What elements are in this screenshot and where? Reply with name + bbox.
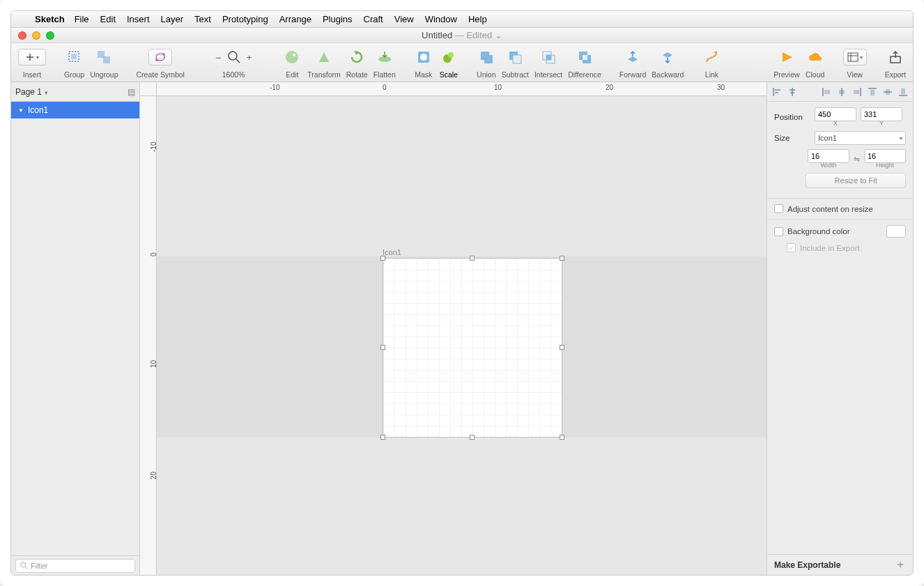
align-left-icon[interactable] <box>771 86 783 98</box>
alignment-bar <box>767 82 913 102</box>
view-label: View <box>847 70 863 79</box>
size-preset-select[interactable]: Icon1 ▾ <box>815 131 906 145</box>
resize-handle[interactable] <box>380 435 385 440</box>
artboard[interactable] <box>383 258 562 438</box>
inspector-panel: Position X Y Size Icon1 ▾ <box>767 82 913 575</box>
align-center-h-icon[interactable] <box>836 86 847 98</box>
svg-rect-27 <box>854 90 859 94</box>
resize-handle[interactable] <box>470 256 475 261</box>
menu-view[interactable]: View <box>394 14 414 24</box>
position-x-input[interactable] <box>815 107 856 121</box>
position-y-input[interactable] <box>861 107 902 121</box>
height-input[interactable] <box>864 149 906 163</box>
zoom-out-button[interactable]: − <box>215 52 222 63</box>
width-sublabel: Width <box>820 162 836 169</box>
menu-craft[interactable]: Craft <box>364 14 383 24</box>
width-input[interactable] <box>808 149 849 163</box>
menu-arrange[interactable]: Arrange <box>279 14 311 24</box>
page-selector[interactable]: Page 1▾ ▤ <box>11 82 139 102</box>
align-top-edge-icon[interactable] <box>867 86 878 98</box>
window-close-button[interactable] <box>18 31 26 40</box>
transform-icon[interactable] <box>314 47 334 67</box>
page-list-icon[interactable]: ▤ <box>128 87 135 97</box>
menu-layer[interactable]: Layer <box>161 14 184 24</box>
resize-handle[interactable] <box>470 435 475 440</box>
export-icon[interactable] <box>886 47 905 67</box>
ruler-origin[interactable] <box>140 82 157 96</box>
menu-help[interactable]: Help <box>468 14 487 24</box>
ruler-tick: 20 <box>606 84 613 91</box>
forward-icon[interactable] <box>623 47 642 67</box>
resize-handle[interactable] <box>380 345 385 350</box>
difference-icon[interactable] <box>575 47 594 67</box>
menu-plugins[interactable]: Plugins <box>323 14 353 24</box>
ungroup-icon[interactable] <box>94 47 114 67</box>
lock-aspect-icon[interactable]: ⇋ <box>854 155 860 164</box>
background-color-checkbox[interactable] <box>774 227 783 236</box>
mask-icon[interactable] <box>414 47 433 67</box>
layers-sidebar: Page 1▾ ▤ ▼ Icon1 Filter <box>11 82 140 575</box>
align-bottom-edge-icon[interactable] <box>898 86 909 98</box>
mask-label: Mask <box>415 70 432 79</box>
make-exportable-row[interactable]: Make Exportable ＋ <box>767 554 913 575</box>
resize-handle[interactable] <box>560 345 564 350</box>
preview-icon[interactable] <box>777 47 796 67</box>
align-center-v-icon[interactable] <box>882 86 893 98</box>
svg-point-11 <box>448 52 454 58</box>
align-right-edge-icon[interactable] <box>852 86 863 98</box>
window-titlebar: Untitled — Edited ⌄ <box>11 28 913 43</box>
scale-icon[interactable] <box>439 47 459 67</box>
size-label: Size <box>774 134 810 142</box>
menu-file[interactable]: File <box>75 14 89 24</box>
zoom-in-button[interactable]: + <box>247 52 252 63</box>
window-minimize-button[interactable] <box>32 31 40 40</box>
disclosure-triangle-icon[interactable]: ▼ <box>18 107 24 114</box>
y-sublabel: Y <box>879 120 884 127</box>
menu-edit[interactable]: Edit <box>100 14 116 24</box>
edit-icon[interactable] <box>282 47 302 67</box>
rotate-icon[interactable] <box>347 47 367 67</box>
layer-item-icon1[interactable]: ▼ Icon1 <box>11 102 139 118</box>
document-title[interactable]: Untitled — Edited ⌄ <box>422 30 502 40</box>
align-hcenter-icon[interactable] <box>787 86 798 98</box>
resize-handle[interactable] <box>560 256 564 261</box>
artboard-label[interactable]: Icon1 <box>383 248 401 256</box>
view-button[interactable]: ▾ <box>843 49 867 65</box>
title-chevron-icon[interactable]: ⌄ <box>495 30 502 40</box>
x-sublabel: X <box>833 120 838 127</box>
resize-handle[interactable] <box>560 435 564 440</box>
create-symbol-button[interactable] <box>148 49 172 65</box>
union-label: Union <box>477 70 495 79</box>
window-zoom-button[interactable] <box>46 31 54 40</box>
app-menu[interactable]: Sketch <box>35 14 65 24</box>
filter-input[interactable]: Filter <box>15 559 135 573</box>
horizontal-ruler[interactable]: -10 0 10 20 30 <box>157 82 767 96</box>
resize-to-fit-button[interactable]: Resize to Fit <box>806 173 906 188</box>
adjust-content-checkbox[interactable]: Adjust content on resize <box>774 204 906 213</box>
menu-insert[interactable]: Insert <box>127 14 150 24</box>
vertical-ruler[interactable]: -10 0 10 20 <box>140 96 157 575</box>
svg-rect-26 <box>839 90 845 94</box>
menu-window[interactable]: Window <box>425 14 457 24</box>
cloud-icon[interactable] <box>806 47 825 67</box>
search-icon <box>20 562 28 569</box>
backward-icon[interactable] <box>658 47 677 67</box>
zoom-icon[interactable] <box>224 47 244 67</box>
link-icon[interactable] <box>702 47 721 67</box>
menu-text[interactable]: Text <box>194 14 211 24</box>
plus-icon[interactable]: ＋ <box>895 557 906 572</box>
include-export-checkbox[interactable]: ✓ <box>787 243 796 252</box>
intersect-icon[interactable] <box>539 47 558 67</box>
union-icon[interactable] <box>477 47 496 67</box>
background-color-swatch[interactable] <box>886 225 906 238</box>
insert-button[interactable]: ▾ <box>18 49 46 65</box>
svg-point-9 <box>420 54 427 61</box>
zoom-level[interactable]: 1600% <box>222 70 245 79</box>
align-left-edge-icon[interactable] <box>821 86 832 98</box>
group-icon[interactable] <box>65 47 84 67</box>
canvas[interactable]: Icon1 <box>157 96 767 575</box>
flatten-icon[interactable] <box>375 47 394 67</box>
subtract-icon[interactable] <box>505 47 525 67</box>
resize-handle[interactable] <box>380 256 385 261</box>
menu-prototyping[interactable]: Prototyping <box>222 14 268 24</box>
